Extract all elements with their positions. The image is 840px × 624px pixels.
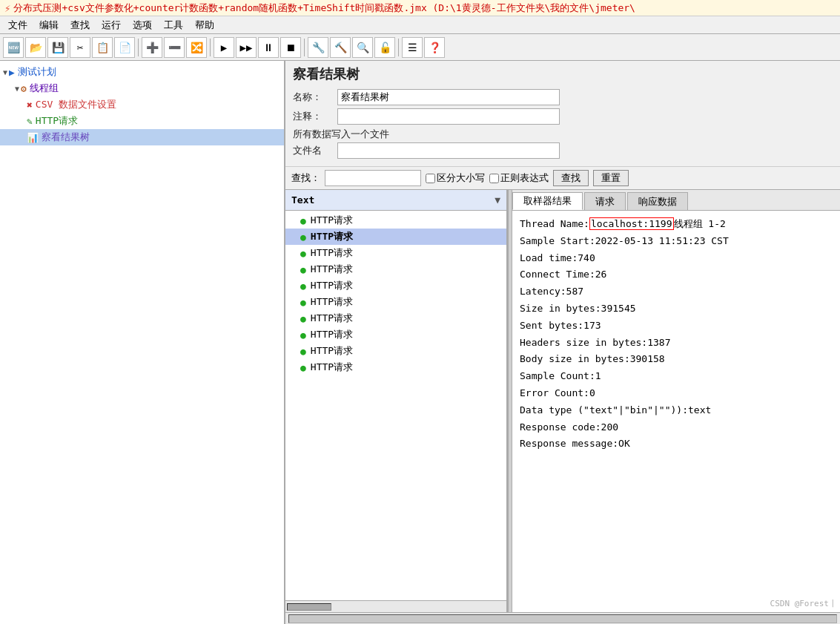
toolbar-btn[interactable]: 🔀: [186, 37, 207, 58]
case-sensitive-label: 区分大小写: [437, 171, 485, 185]
body-size-line: Body size in bytes:390158: [520, 352, 833, 367]
toolbar-btn[interactable]: 📄: [114, 37, 135, 58]
toolbar: 🆕📂💾✂️📋📄➕➖🔀▶▶▶⏸⏹🔧🔨🔍🔓☰❓: [0, 34, 840, 61]
toolbar-btn[interactable]: ❓: [424, 37, 445, 58]
load-time-line: Load time:740: [520, 251, 833, 266]
toolbar-btn[interactable]: ⏸: [258, 37, 279, 58]
toolbar-btn[interactable]: ▶▶: [236, 37, 257, 58]
response-message-line: Response message:OK: [520, 436, 833, 452]
toolbar-btn[interactable]: 🔍: [352, 37, 373, 58]
list-item-label-4: HTTP请求: [311, 279, 353, 292]
thread-name-label: Thread Name:: [520, 218, 589, 229]
tree-node-4[interactable]: 📊察看结果树: [0, 129, 284, 145]
http-status-icon-6: ●: [300, 313, 306, 324]
list-item-0[interactable]: ●HTTP请求: [285, 212, 506, 229]
list-item-2[interactable]: ●HTTP请求: [285, 245, 506, 261]
list-item-3[interactable]: ●HTTP请求: [285, 261, 506, 277]
http-status-icon-0: ●: [300, 215, 306, 226]
detail-tab-取样器结果[interactable]: 取样器结果: [512, 192, 583, 210]
toolbar-btn[interactable]: ☰: [402, 37, 423, 58]
menu-item-编辑[interactable]: 编辑: [34, 17, 64, 33]
text-list-body: ●HTTP请求●HTTP请求●HTTP请求●HTTP请求●HTTP请求●HTTP…: [285, 211, 506, 600]
menu-item-帮助[interactable]: 帮助: [190, 17, 219, 33]
search-input[interactable]: [325, 170, 421, 186]
filename-input[interactable]: [337, 142, 560, 159]
text-list-panel: Text ▼ ●HTTP请求●HTTP请求●HTTP请求●HTTP请求●HTTP…: [285, 190, 508, 612]
list-scroll-indicator: ▼: [495, 194, 500, 206]
toolbar-btn[interactable]: ▶: [214, 37, 234, 58]
title-icon: ⚡: [4, 2, 10, 14]
text-list-title: Text: [291, 194, 314, 206]
list-item-5[interactable]: ●HTTP请求: [285, 294, 506, 310]
tree-icon-0: ▶: [9, 66, 15, 78]
toolbar-btn[interactable]: 🆕: [3, 37, 24, 58]
list-item-label-1: HTTP请求: [311, 230, 353, 243]
regex-label: 正则表达式: [500, 171, 549, 185]
detail-tab-请求[interactable]: 请求: [584, 192, 626, 210]
tree-node-2[interactable]: ✖CSV 数据文件设置: [0, 96, 284, 113]
menu-item-查找[interactable]: 查找: [65, 17, 95, 33]
tree-icon-2: ✖: [27, 99, 33, 111]
find-button[interactable]: 查找: [553, 170, 589, 186]
bottom-scrollbar[interactable]: [285, 612, 840, 624]
menu-item-文件[interactable]: 文件: [3, 17, 33, 33]
toolbar-btn[interactable]: 💾: [47, 37, 68, 58]
list-item-7[interactable]: ●HTTP请求: [285, 326, 506, 343]
toolbar-separator: [304, 39, 305, 56]
comment-input[interactable]: [337, 108, 560, 125]
tree-icon-1: ⚙: [21, 82, 27, 94]
toolbar-btn[interactable]: ⏹: [280, 37, 301, 58]
http-status-icon-4: ●: [300, 280, 306, 292]
list-item-1[interactable]: ●HTTP请求: [285, 229, 506, 245]
http-status-icon-9: ●: [300, 362, 306, 373]
text-list-scrollbar[interactable]: [285, 600, 506, 612]
case-sensitive-group: 区分大小写: [426, 171, 485, 185]
toolbar-btn[interactable]: ➖: [164, 37, 185, 58]
http-status-icon-1: ●: [300, 231, 306, 243]
tree-node-3[interactable]: ✎HTTP请求: [0, 113, 284, 129]
list-item-label-5: HTTP请求: [311, 295, 353, 309]
watermark: CSDN @Forest丨: [770, 598, 837, 609]
menu-item-工具[interactable]: 工具: [159, 17, 188, 33]
error-count-line: Error Count:0: [520, 386, 833, 401]
detail-panel: 取样器结果请求响应数据 Thread Name:localhost:1199线程…: [512, 190, 840, 612]
list-item-label-7: HTTP请求: [311, 328, 353, 341]
tree-node-0[interactable]: ▼ ▶测试计划: [0, 64, 284, 80]
expand-icon-0: ▼: [3, 68, 7, 76]
detail-tab-响应数据[interactable]: 响应数据: [627, 192, 688, 210]
comment-row: 注释：: [293, 108, 833, 125]
toolbar-btn[interactable]: ✂️: [70, 37, 90, 58]
regex-checkbox[interactable]: [489, 174, 499, 183]
toolbar-btn[interactable]: ➕: [142, 37, 162, 58]
toolbar-btn[interactable]: 📂: [25, 37, 46, 58]
thread-name-line: Thread Name:localhost:1199线程组 1-2: [520, 217, 833, 232]
list-item-8[interactable]: ●HTTP请求: [285, 343, 506, 359]
right-panel: 察看结果树 名称： 注释： 所有数据写入一个文件 文件名 查找： 区分大小写: [285, 61, 840, 624]
detail-content: Thread Name:localhost:1199线程组 1-2 Sample…: [512, 211, 840, 612]
thread-name-highlight: localhost:1199: [589, 217, 674, 230]
toolbar-btn[interactable]: 🔨: [330, 37, 351, 58]
menu-bar: 文件编辑查找运行选项工具帮助: [0, 16, 840, 34]
list-item-9[interactable]: ●HTTP请求: [285, 359, 506, 375]
tree-node-1[interactable]: ▼ ⚙线程组: [0, 80, 284, 96]
menu-item-选项[interactable]: 选项: [128, 17, 157, 33]
list-item-6[interactable]: ●HTTP请求: [285, 310, 506, 326]
name-input[interactable]: [337, 89, 560, 105]
tree-label-3: HTTP请求: [36, 114, 78, 128]
search-bar: 查找： 区分大小写 正则表达式 查找 重置: [285, 166, 840, 189]
toolbar-btn[interactable]: 🔓: [374, 37, 395, 58]
list-item-label-3: HTTP请求: [311, 263, 353, 276]
result-tree-header: 察看结果树 名称： 注释： 所有数据写入一个文件 文件名: [285, 61, 840, 166]
list-item-label-2: HTTP请求: [311, 246, 353, 260]
toolbar-btn[interactable]: 🔧: [308, 37, 328, 58]
reset-button[interactable]: 重置: [593, 170, 629, 186]
menu-item-运行[interactable]: 运行: [96, 17, 126, 33]
bottom-scroll-track[interactable]: [288, 614, 837, 623]
filename-label: 文件名: [293, 144, 337, 157]
case-sensitive-checkbox[interactable]: [426, 174, 435, 183]
http-status-icon-5: ●: [300, 297, 306, 308]
size-bytes-line: Size in bytes:391545: [520, 301, 833, 317]
list-item-4[interactable]: ●HTTP请求: [285, 277, 506, 294]
regex-group: 正则表达式: [489, 171, 549, 185]
toolbar-btn[interactable]: 📋: [92, 37, 113, 58]
